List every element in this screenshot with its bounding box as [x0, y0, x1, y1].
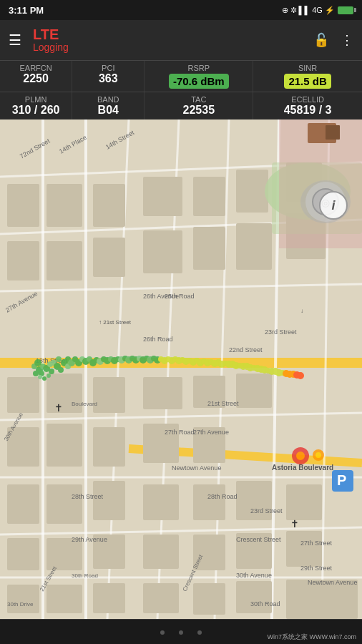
watermark: Win7系统之家 WWW.win7.com — [267, 633, 356, 642]
info-grid-row2: PLMN 310 / 260 Band B04 TAC 22535 ECellI… — [0, 92, 362, 119]
svg-rect-48 — [143, 484, 179, 520]
pci-cell: PCI 363 — [72, 61, 145, 92]
svg-point-105 — [47, 374, 51, 378]
svg-rect-30 — [236, 223, 272, 270]
svg-rect-23 — [236, 170, 268, 213]
svg-rect-41 — [47, 424, 82, 467]
pci-label: PCI — [78, 64, 138, 72]
svg-rect-27 — [93, 238, 125, 277]
svg-rect-59 — [7, 585, 39, 613]
svg-point-110 — [34, 359, 41, 366]
band-label: Band — [78, 95, 138, 104]
svg-text:✝: ✝ — [54, 402, 63, 414]
svg-rect-18 — [7, 184, 39, 227]
tac-value: 22535 — [150, 104, 247, 117]
svg-rect-45 — [7, 484, 39, 524]
ecellid-value: 45819 / 3 — [259, 104, 356, 117]
svg-text:27th Avenue: 27th Avenue — [193, 429, 229, 436]
svg-rect-28 — [143, 230, 182, 273]
rsrp-value: -70.6 dBm — [169, 74, 229, 89]
svg-rect-26 — [47, 241, 82, 280]
ecellid-label: ECellID — [259, 95, 356, 104]
info-grid-row1: EARFCN 2250 PCI 363 RSRP -70.6 dBm SINR … — [0, 60, 362, 92]
header-title: LTE Logging — [33, 26, 69, 53]
svg-rect-25 — [7, 241, 39, 280]
svg-text:Crescent Street: Crescent Street — [236, 536, 281, 543]
svg-rect-29 — [193, 227, 225, 270]
pci-value: 363 — [78, 72, 138, 85]
svg-rect-37 — [143, 377, 182, 409]
earfcn-cell: EARFCN 2250 — [0, 61, 72, 92]
lock-icon[interactable]: 🔓 — [313, 32, 329, 48]
svg-rect-39 — [236, 374, 272, 408]
svg-point-104 — [49, 369, 54, 374]
sinr-cell: SINR 21.5 dB — [253, 61, 362, 92]
band-cell: Band B04 — [72, 92, 145, 119]
svg-rect-21 — [143, 177, 182, 216]
svg-text:28th Road: 28th Road — [207, 493, 238, 500]
svg-text:Newtown Avenue: Newtown Avenue — [308, 579, 357, 586]
svg-text:26th Road: 26th Road — [143, 336, 173, 343]
svg-text:Boulevard: Boulevard — [72, 401, 97, 407]
svg-text:29th Avenue: 29th Avenue — [72, 536, 107, 543]
svg-text:27th Road: 27th Road — [165, 429, 195, 436]
more-icon[interactable]: ⋮ — [341, 32, 353, 48]
svg-rect-58 — [286, 531, 322, 567]
svg-point-186 — [315, 452, 321, 458]
svg-rect-52 — [7, 538, 39, 570]
svg-point-184 — [296, 452, 305, 460]
svg-rect-55 — [143, 535, 179, 569]
sinr-label: SINR — [259, 64, 356, 72]
plmn-cell: PLMN 310 / 260 — [0, 92, 72, 119]
plmn-label: PLMN — [6, 95, 66, 104]
svg-text:23rd Street: 23rd Street — [250, 507, 283, 514]
tac-label: TAC — [150, 95, 247, 104]
svg-text:↑ 21st Street: ↑ 21st Street — [99, 319, 132, 326]
svg-point-106 — [42, 376, 47, 381]
svg-rect-51 — [286, 484, 322, 520]
svg-point-113 — [56, 356, 62, 362]
network-type-label: LTE — [33, 26, 69, 42]
svg-text:Newtown Avenue: Newtown Avenue — [172, 464, 221, 472]
status-label: Logging — [33, 42, 69, 53]
sinr-value: 21.5 dB — [284, 74, 331, 89]
status-time: 3:11 PM — [9, 5, 44, 16]
earfcn-label: EARFCN — [6, 64, 66, 72]
rsrp-label: RSRP — [150, 64, 247, 72]
svg-text:21st Street: 21st Street — [207, 400, 239, 407]
status-icons: ⊕ ✲ ▌▌ 4G ⚡ — [282, 6, 354, 15]
band-value: B04 — [78, 104, 138, 117]
svg-rect-60 — [47, 585, 82, 613]
plmn-value: 310 / 260 — [6, 104, 66, 117]
svg-text:30th Road: 30th Road — [250, 600, 280, 608]
svg-point-114 — [58, 367, 64, 373]
svg-rect-20 — [93, 184, 125, 227]
menu-button[interactable]: ☰ — [9, 31, 21, 49]
tac-cell: TAC 22535 — [145, 92, 253, 119]
nav-dot-3 — [197, 630, 202, 635]
nav-dots — [160, 630, 202, 635]
svg-rect-47 — [93, 481, 125, 520]
nav-dot-1 — [160, 630, 165, 635]
svg-point-182 — [297, 372, 304, 379]
svg-text:30th Avenue: 30th Avenue — [236, 572, 272, 579]
svg-text:Astoria Boulevard: Astoria Boulevard — [272, 464, 333, 472]
svg-text:30th Road: 30th Road — [72, 572, 98, 579]
nav-dot-2 — [179, 630, 183, 635]
map-container[interactable]: 72nd Street 14th Place 14th Street 27th … — [0, 119, 362, 619]
svg-point-107 — [38, 375, 42, 379]
svg-rect-201 — [326, 125, 340, 140]
map-info-button[interactable]: i — [319, 191, 348, 220]
svg-text:↓: ↓ — [300, 308, 303, 314]
svg-rect-63 — [193, 583, 225, 615]
svg-point-108 — [33, 371, 39, 376]
info-icon: i — [331, 198, 335, 213]
ecellid-cell: ECellID 45819 / 3 — [253, 92, 362, 119]
svg-rect-36 — [93, 377, 125, 413]
svg-text:22nd Street: 22nd Street — [229, 346, 263, 353]
header-left: ☰ LTE Logging — [9, 26, 69, 53]
svg-text:23rd Street: 23rd Street — [265, 328, 297, 336]
svg-rect-49 — [193, 484, 225, 520]
earfcn-value: 2250 — [6, 72, 66, 85]
svg-text:29th Street: 29th Street — [300, 565, 333, 572]
